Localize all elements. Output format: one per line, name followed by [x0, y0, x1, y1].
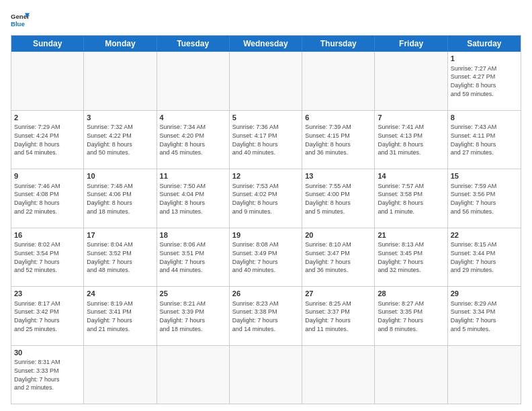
calendar-cell [84, 346, 157, 404]
generalblue-logo-icon: General Blue [11, 11, 30, 30]
calendar-cell: 28Sunrise: 8:27 AM Sunset: 3:35 PM Dayli… [375, 287, 447, 345]
svg-text:Blue: Blue [11, 20, 25, 28]
day-info: Sunrise: 7:57 AM Sunset: 3:58 PM Dayligh… [378, 182, 444, 216]
day-number: 16 [14, 230, 81, 240]
weekday-header-wednesday: Wednesday [230, 36, 302, 52]
day-number: 22 [451, 230, 518, 240]
day-number: 28 [378, 289, 444, 299]
calendar-cell [11, 52, 84, 110]
calendar-cell: 23Sunrise: 8:17 AM Sunset: 3:42 PM Dayli… [11, 287, 84, 345]
day-number: 19 [232, 230, 299, 240]
day-info: Sunrise: 8:10 AM Sunset: 3:47 PM Dayligh… [305, 240, 371, 274]
calendar-cell: 5Sunrise: 7:36 AM Sunset: 4:17 PM Daylig… [230, 111, 302, 169]
day-info: Sunrise: 8:19 AM Sunset: 3:41 PM Dayligh… [87, 300, 153, 333]
calendar-cell: 1Sunrise: 7:27 AM Sunset: 4:27 PM Daylig… [448, 52, 521, 110]
calendar-cell [84, 52, 157, 110]
calendar-cell [230, 52, 302, 110]
day-number: 9 [14, 171, 81, 181]
calendar-cell: 25Sunrise: 8:21 AM Sunset: 3:39 PM Dayli… [157, 287, 230, 345]
calendar-cell: 21Sunrise: 8:13 AM Sunset: 3:45 PM Dayli… [375, 228, 447, 287]
day-number: 15 [451, 171, 518, 181]
calendar-cell: 18Sunrise: 8:06 AM Sunset: 3:51 PM Dayli… [157, 228, 230, 287]
day-info: Sunrise: 7:29 AM Sunset: 4:24 PM Dayligh… [14, 123, 81, 156]
page: General Blue SundayMondayTuesdayWednesda… [0, 0, 532, 411]
calendar-cell: 11Sunrise: 7:50 AM Sunset: 4:04 PM Dayli… [157, 169, 230, 228]
calendar-cell: 13Sunrise: 7:55 AM Sunset: 4:00 PM Dayli… [302, 169, 375, 228]
day-number: 30 [14, 348, 81, 358]
day-info: Sunrise: 7:48 AM Sunset: 4:06 PM Dayligh… [87, 182, 153, 216]
weekday-header-tuesday: Tuesday [157, 36, 230, 52]
day-info: Sunrise: 8:31 AM Sunset: 3:33 PM Dayligh… [14, 358, 81, 392]
day-info: Sunrise: 7:39 AM Sunset: 4:15 PM Dayligh… [305, 123, 371, 156]
calendar-row-3: 9Sunrise: 7:46 AM Sunset: 4:08 PM Daylig… [11, 169, 521, 228]
calendar-cell: 22Sunrise: 8:15 AM Sunset: 3:44 PM Dayli… [448, 228, 521, 287]
day-number: 20 [305, 230, 371, 240]
calendar-cell: 14Sunrise: 7:57 AM Sunset: 3:58 PM Dayli… [375, 169, 447, 228]
calendar-cell: 24Sunrise: 8:19 AM Sunset: 3:41 PM Dayli… [84, 287, 157, 345]
calendar-cell: 30Sunrise: 8:31 AM Sunset: 3:33 PM Dayli… [11, 346, 84, 404]
calendar-cell: 8Sunrise: 7:43 AM Sunset: 4:11 PM Daylig… [448, 111, 521, 169]
day-info: Sunrise: 8:06 AM Sunset: 3:51 PM Dayligh… [160, 240, 226, 274]
calendar-cell: 19Sunrise: 8:08 AM Sunset: 3:49 PM Dayli… [230, 228, 302, 287]
day-info: Sunrise: 7:53 AM Sunset: 4:02 PM Dayligh… [232, 182, 299, 216]
calendar: SundayMondayTuesdayWednesdayThursdayFrid… [11, 35, 521, 404]
day-number: 23 [14, 289, 81, 299]
day-info: Sunrise: 8:02 AM Sunset: 3:54 PM Dayligh… [14, 240, 81, 274]
day-number: 21 [378, 230, 444, 240]
weekday-header-sunday: Sunday [11, 36, 84, 52]
day-info: Sunrise: 8:27 AM Sunset: 3:35 PM Dayligh… [378, 300, 444, 333]
calendar-cell [157, 52, 230, 110]
calendar-cell [157, 346, 230, 404]
calendar-cell: 15Sunrise: 7:59 AM Sunset: 3:56 PM Dayli… [448, 169, 521, 228]
day-info: Sunrise: 7:27 AM Sunset: 4:27 PM Dayligh… [451, 64, 518, 98]
day-number: 2 [14, 113, 81, 123]
day-number: 7 [378, 113, 444, 123]
day-info: Sunrise: 8:23 AM Sunset: 3:38 PM Dayligh… [232, 300, 299, 333]
day-info: Sunrise: 8:21 AM Sunset: 3:39 PM Dayligh… [160, 300, 226, 333]
day-number: 3 [87, 113, 153, 123]
day-number: 24 [87, 289, 153, 299]
calendar-row-4: 16Sunrise: 8:02 AM Sunset: 3:54 PM Dayli… [11, 228, 521, 287]
day-number: 12 [232, 171, 299, 181]
calendar-header: SundayMondayTuesdayWednesdayThursdayFrid… [11, 36, 521, 52]
day-info: Sunrise: 8:29 AM Sunset: 3:34 PM Dayligh… [451, 300, 518, 333]
day-info: Sunrise: 8:17 AM Sunset: 3:42 PM Dayligh… [14, 300, 81, 333]
calendar-cell: 2Sunrise: 7:29 AM Sunset: 4:24 PM Daylig… [11, 111, 84, 169]
calendar-cell: 7Sunrise: 7:41 AM Sunset: 4:13 PM Daylig… [375, 111, 447, 169]
day-info: Sunrise: 8:13 AM Sunset: 3:45 PM Dayligh… [378, 240, 444, 274]
day-number: 26 [232, 289, 299, 299]
day-info: Sunrise: 7:32 AM Sunset: 4:22 PM Dayligh… [87, 123, 153, 156]
calendar-cell [302, 346, 375, 404]
weekday-header-monday: Monday [84, 36, 157, 52]
day-info: Sunrise: 7:41 AM Sunset: 4:13 PM Dayligh… [378, 123, 444, 156]
day-number: 4 [160, 113, 226, 123]
calendar-cell: 4Sunrise: 7:34 AM Sunset: 4:20 PM Daylig… [157, 111, 230, 169]
day-number: 29 [451, 289, 518, 299]
day-number: 25 [160, 289, 226, 299]
day-number: 11 [160, 171, 226, 181]
day-info: Sunrise: 8:25 AM Sunset: 3:37 PM Dayligh… [305, 300, 371, 333]
day-info: Sunrise: 7:36 AM Sunset: 4:17 PM Dayligh… [232, 123, 299, 156]
day-number: 6 [305, 113, 371, 123]
calendar-cell [302, 52, 375, 110]
weekday-header-friday: Friday [375, 36, 447, 52]
day-info: Sunrise: 7:55 AM Sunset: 4:00 PM Dayligh… [305, 182, 371, 216]
calendar-cell: 27Sunrise: 8:25 AM Sunset: 3:37 PM Dayli… [302, 287, 375, 345]
day-number: 5 [232, 113, 299, 123]
calendar-row-2: 2Sunrise: 7:29 AM Sunset: 4:24 PM Daylig… [11, 110, 521, 169]
day-number: 18 [160, 230, 226, 240]
day-info: Sunrise: 7:46 AM Sunset: 4:08 PM Dayligh… [14, 182, 81, 216]
calendar-cell [448, 346, 521, 404]
day-info: Sunrise: 7:50 AM Sunset: 4:04 PM Dayligh… [160, 182, 226, 216]
day-number: 14 [378, 171, 444, 181]
day-info: Sunrise: 7:59 AM Sunset: 3:56 PM Dayligh… [451, 182, 518, 216]
calendar-row-1: 1Sunrise: 7:27 AM Sunset: 4:27 PM Daylig… [11, 52, 521, 110]
day-info: Sunrise: 7:43 AM Sunset: 4:11 PM Dayligh… [451, 123, 518, 156]
day-info: Sunrise: 8:04 AM Sunset: 3:52 PM Dayligh… [87, 240, 153, 274]
calendar-cell: 10Sunrise: 7:48 AM Sunset: 4:06 PM Dayli… [84, 169, 157, 228]
calendar-cell: 9Sunrise: 7:46 AM Sunset: 4:08 PM Daylig… [11, 169, 84, 228]
calendar-cell: 3Sunrise: 7:32 AM Sunset: 4:22 PM Daylig… [84, 111, 157, 169]
calendar-body: 1Sunrise: 7:27 AM Sunset: 4:27 PM Daylig… [11, 52, 521, 404]
calendar-cell [375, 346, 447, 404]
calendar-row-6: 30Sunrise: 8:31 AM Sunset: 3:33 PM Dayli… [11, 345, 521, 404]
